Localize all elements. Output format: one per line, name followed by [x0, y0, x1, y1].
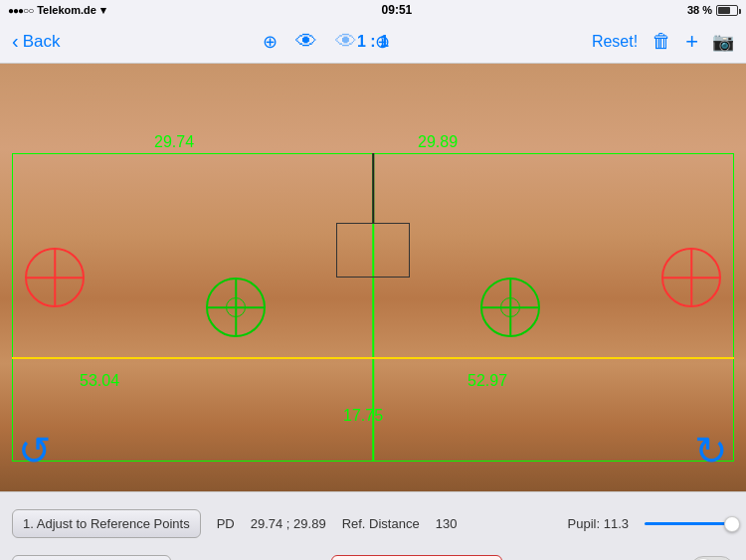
ref-distance-label: Ref. Distance — [342, 516, 420, 531]
pd-value: 29.74 ; 29.89 — [251, 516, 326, 531]
pupil-slider-knob[interactable] — [724, 516, 740, 532]
pd-right-label: 29.89 — [418, 133, 458, 151]
pupil-label: Pupil: 11.3 — [568, 516, 629, 531]
status-time: 09:51 — [382, 3, 413, 17]
trash-icon[interactable]: 🗑 — [652, 30, 671, 53]
carrier-name: Telekom.de — [37, 4, 96, 16]
pd-label: PD — [217, 516, 235, 531]
status-left: ●●●○○ Telekom.de ▾ — [8, 4, 106, 17]
crosshair-add-left-icon[interactable]: ⊕ — [263, 31, 278, 53]
back-button[interactable]: Back — [23, 32, 61, 52]
nav-bar: ‹ Back ⊕ 👁 👁 ⊕ 1 : 1 Reset! 🗑 + 📷 — [0, 20, 746, 64]
camera-icon[interactable]: 📷 — [712, 31, 734, 53]
right-reference-circle[interactable] — [661, 248, 721, 307]
snap-eyes-button[interactable]: 2. Snap Eyes — [12, 555, 171, 561]
battery-icon — [716, 5, 738, 16]
rotate-left-button[interactable]: ↺ — [18, 428, 52, 473]
battery-fill — [718, 7, 730, 14]
eye-closed-icon[interactable]: 👁 — [335, 29, 357, 55]
add-icon[interactable]: + — [685, 29, 698, 55]
bottom-toolbar: 1. Adjust to Reference Points PD 29.74 ;… — [0, 491, 746, 560]
adjust-reference-button[interactable]: 1. Adjust to Reference Points — [12, 509, 201, 538]
left-eye-inner-circle — [226, 297, 246, 317]
apply-data-button[interactable]: Apply Data to current Job — [331, 555, 503, 561]
left-eye-crosshair[interactable] — [206, 278, 266, 337]
back-arrow-icon: ‹ — [12, 30, 19, 53]
left-reference-circle[interactable] — [25, 248, 85, 307]
ref-distance-value: 130 — [436, 516, 458, 531]
pupil-slider-container — [645, 522, 734, 525]
nose-bridge-box — [336, 223, 410, 278]
right-eye-inner-circle — [500, 297, 520, 317]
bottom-right-label: 52.97 — [467, 372, 507, 390]
status-bar: ●●●○○ Telekom.de ▾ 09:51 38 % — [0, 0, 746, 20]
toolbar-row-2: 2. Snap Eyes OCHT 22.12 ; 22.05 Apply Da… — [12, 555, 734, 561]
status-right: 38 % — [687, 4, 738, 16]
nav-right: Reset! 🗑 + 📷 — [592, 29, 734, 55]
toolbar-row-1: 1. Adjust to Reference Points PD 29.74 ;… — [12, 509, 734, 538]
pd-left-label: 29.74 — [154, 133, 194, 151]
wifi-icon: ▾ — [100, 4, 106, 17]
eye-open-icon[interactable]: 👁 — [295, 29, 317, 55]
loupe-toggle[interactable] — [690, 556, 734, 560]
zoom-ratio: 1 : 1 — [357, 33, 389, 51]
reset-button[interactable]: Reset! — [592, 33, 638, 51]
center-top-line — [372, 153, 374, 223]
center-bottom-label: 17.75 — [343, 407, 383, 425]
rotate-right-button[interactable]: ↻ — [694, 428, 728, 473]
bottom-left-label: 53.04 — [80, 372, 119, 390]
right-eye-crosshair[interactable] — [480, 278, 540, 337]
pupil-slider-track[interactable] — [645, 522, 734, 525]
camera-view: 29.74 29.89 53.04 52.97 17.75 ↺ ↻ — [0, 64, 746, 491]
signal-icon: ●●●○○ — [8, 5, 33, 16]
yellow-horizontal-line — [12, 357, 734, 359]
battery-percent: 38 % — [687, 4, 712, 16]
nav-left: ‹ Back — [12, 30, 60, 53]
